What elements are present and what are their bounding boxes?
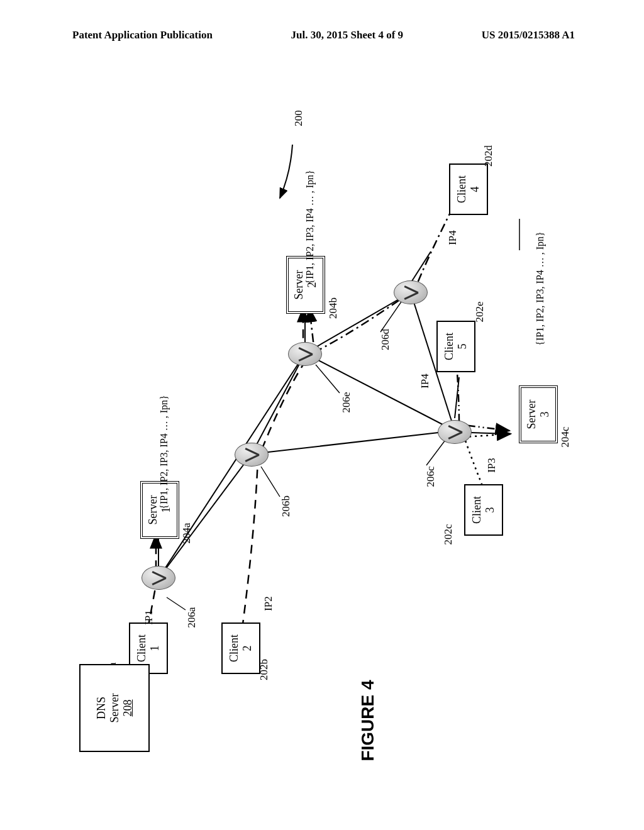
router-ref-206e: 206e: [340, 392, 353, 412]
header-right: US 2015/0215388 A1: [482, 29, 575, 42]
svg-line-9: [411, 252, 431, 283]
header-center: Jul. 30, 2015 Sheet 4 of 9: [291, 29, 404, 42]
svg-line-2: [252, 353, 305, 454]
dns-label-1: DNS: [95, 697, 108, 719]
dns-ref: 208: [121, 700, 135, 717]
client-1-ip: IP1: [143, 610, 155, 625]
client-3-ref: 202c: [442, 524, 455, 545]
server-1-ref: 204a: [180, 523, 193, 543]
router-206b: [235, 443, 269, 467]
svg-line-1: [158, 353, 305, 578]
client-4: Client 4: [449, 163, 488, 215]
svg-line-10: [471, 433, 509, 434]
server-3-ref: 204c: [559, 426, 572, 447]
router-206a: [142, 566, 175, 590]
client-4-ip: IP4: [447, 230, 459, 245]
svg-line-16: [426, 440, 445, 465]
svg-line-12: [167, 597, 186, 610]
client-2-ip: IP2: [262, 596, 275, 611]
diagram-ref-number: 200: [292, 110, 305, 126]
router-206c: [438, 420, 472, 444]
router-ref-206c: 206c: [425, 466, 437, 487]
page-header: Patent Application Publication Jul. 30, …: [0, 29, 644, 42]
router-ref-206d: 206d: [379, 329, 392, 350]
svg-line-11: [455, 377, 459, 418]
dns-label-2: Server: [108, 694, 121, 723]
svg-line-6: [252, 431, 455, 454]
svg-line-15: [380, 302, 401, 332]
server-3-ipset: {IP1, IP2, IP3, IP4 … , Ipn}: [535, 231, 546, 346]
server-3: Server 3: [519, 385, 558, 443]
svg-line-13: [261, 467, 280, 497]
router-ref-206a: 206a: [186, 607, 198, 628]
svg-line-14: [316, 365, 340, 393]
client-3: Client 3: [464, 484, 503, 536]
client-2-ref: 202b: [258, 659, 270, 680]
client-5-ref: 202e: [474, 301, 486, 322]
server-1-ipset: {IP1, IP2, IP3, IP4 … , Ipn}: [158, 395, 170, 509]
server-2-ipset: {IP1, IP2, IP3, IP4 … , Ipn}: [304, 170, 316, 284]
network-diagram: 200: [57, 82, 585, 780]
svg-line-4: [305, 353, 455, 431]
router-206e: [288, 342, 322, 366]
router-206d: [394, 280, 428, 304]
client-4-ref: 202d: [482, 145, 495, 167]
client-2: Client 2: [221, 622, 260, 674]
server-2-ref: 204b: [327, 297, 340, 319]
router-ref-206b: 206b: [280, 495, 292, 517]
dns-server-box: DNS Server 208: [79, 664, 150, 752]
header-left: Patent Application Publication: [72, 29, 213, 42]
client-5: Client 5: [436, 321, 475, 372]
client-3-ip: IP3: [486, 458, 498, 473]
client-5-ip: IP4: [419, 374, 431, 389]
figure-caption: FIGURE 4: [358, 680, 378, 761]
